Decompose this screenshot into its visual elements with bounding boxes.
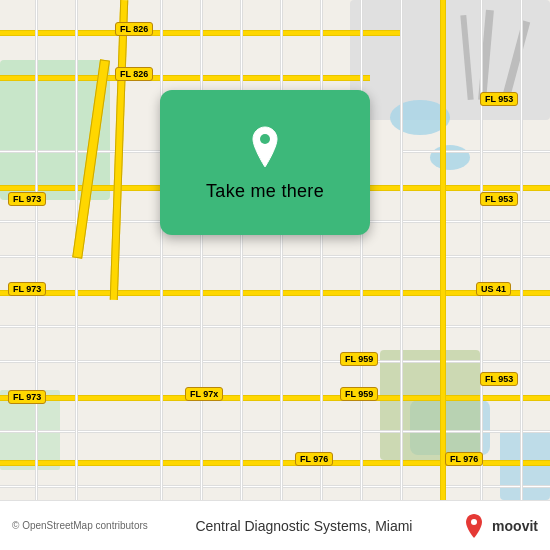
water-2	[430, 145, 470, 170]
road-v-160	[160, 0, 163, 500]
road-h-485	[0, 485, 550, 488]
badge-fl959-1: FL 959	[340, 387, 378, 401]
road-fl973-h	[0, 290, 550, 296]
park-2	[380, 350, 480, 460]
svg-point-1	[471, 519, 477, 525]
take-me-there-card[interactable]: Take me there	[160, 90, 370, 235]
road-h-150	[0, 150, 160, 153]
badge-fl826-2: FL 826	[115, 67, 153, 81]
road-v-320	[320, 0, 323, 500]
road-fl959	[0, 395, 550, 401]
moovit-pin-icon	[460, 512, 488, 540]
badge-fl953-3: FL 953	[480, 372, 518, 386]
road-v-440	[440, 0, 446, 500]
badge-fl959-2: FL 959	[340, 352, 378, 366]
take-me-there-label: Take me there	[206, 181, 324, 202]
road-v-360	[360, 0, 363, 500]
badge-fl953-2: FL 953	[480, 192, 518, 206]
badge-us41: US 41	[476, 282, 511, 296]
badge-fl973-3: FL 973	[8, 390, 46, 404]
moovit-logo: moovit	[460, 512, 538, 540]
road-v-520	[520, 0, 523, 500]
badge-fl976-1: FL 976	[295, 452, 333, 466]
road-h-430	[0, 430, 550, 433]
badge-fl953-1: FL 953	[480, 92, 518, 106]
badge-fl973-1: FL 973	[8, 192, 46, 206]
svg-point-0	[260, 134, 270, 144]
attribution-text: © OpenStreetMap contributors	[12, 520, 148, 531]
moovit-label: moovit	[492, 518, 538, 534]
road-h-325	[0, 325, 550, 328]
badge-fl973-2: FL 973	[8, 282, 46, 296]
badge-fl826-1: FL 826	[115, 22, 153, 36]
road-fl826-mid	[0, 75, 370, 81]
bottom-bar: © OpenStreetMap contributors Central Dia…	[0, 500, 550, 550]
road-v-240	[240, 0, 243, 500]
road-h-150b	[400, 150, 550, 153]
road-v-280	[280, 0, 283, 500]
map-container: FL 826 FL 826 FL 973 FL 96 FL 973 FL 973…	[0, 0, 550, 500]
road-v-480	[480, 0, 483, 500]
road-v-400	[400, 0, 403, 500]
road-v-35	[35, 0, 38, 500]
road-h-360	[0, 360, 550, 363]
badge-fl976-2: FL 976	[445, 452, 483, 466]
location-pin-icon	[241, 123, 289, 171]
app-title: Central Diagnostic Systems, Miami	[195, 518, 412, 534]
road-v-200	[200, 0, 203, 500]
badge-fl97x: FL 97x	[185, 387, 223, 401]
